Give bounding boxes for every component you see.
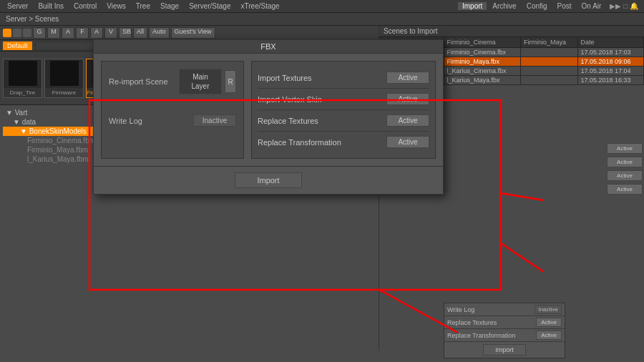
writelog-btn[interactable]: Inactive	[193, 114, 236, 127]
topbar-server[interactable]: Server	[3, 2, 32, 10]
thumb-label-1: Firmware	[45, 88, 83, 97]
reimport-label: Re-import Scene	[109, 77, 168, 86]
topbar-control[interactable]: Control	[69, 2, 101, 10]
replace-transformation-btn[interactable]: Active	[386, 136, 429, 148]
cell-col2-3: l_Karius_Maya.fbx	[444, 76, 521, 85]
cell-date-0: 17.05.2018 17:03	[577, 48, 643, 57]
topbar-post[interactable]: Post	[553, 2, 576, 10]
writelog-field: Write Log Inactive	[109, 114, 236, 127]
import-textures-row: Import Textures Active	[258, 67, 429, 89]
mini-replace-textures-label: Replace Textures	[447, 319, 497, 326]
dialog-left: Re-import Scene MainLayer R Write Log In…	[101, 61, 244, 159]
second-bar: Server > Scenes	[0, 13, 644, 26]
right-active-btn-1[interactable]: Active	[607, 157, 643, 167]
thumb-img-0	[4, 59, 42, 88]
toolbar-v[interactable]: V	[104, 27, 117, 39]
topbar-tree[interactable]: Tree	[132, 2, 155, 10]
thumbnail-0[interactable]: Drap_Tire	[3, 59, 42, 98]
dialog-right: Import Textures Active Import Vertex Ski…	[251, 61, 436, 159]
toolbar-m[interactable]: M	[47, 27, 60, 39]
toolbar-g[interactable]: G	[33, 27, 46, 39]
cell-col3-2	[521, 67, 577, 76]
import-vertex-skin-label: Import Vertex Skin	[258, 95, 322, 104]
topbar-serverstage[interactable]: Server/Stage	[185, 2, 235, 10]
layer-box[interactable]: MainLayer	[179, 69, 222, 94]
mini-replace-transformation-btn[interactable]: Active	[536, 331, 562, 340]
topbar-onair[interactable]: On Air	[577, 2, 606, 10]
reimport-controls: MainLayer R	[179, 69, 236, 94]
topbar-archive[interactable]: Archive	[488, 2, 520, 10]
mini-replace-textures-btn[interactable]: Active	[536, 318, 562, 327]
right-active-btn-3[interactable]: Active	[607, 184, 643, 195]
col-date: Date	[577, 37, 643, 48]
right-active-btn-2[interactable]: Active	[607, 170, 643, 181]
col-firminio-maya: Firminio_Maya	[521, 37, 577, 48]
replace-transformation-row: Replace Transformation Active	[258, 132, 429, 152]
import-vertex-skin-row: Import Vertex Skin Active	[258, 89, 429, 110]
replace-transformation-label: Replace Transformation	[258, 138, 341, 147]
cell-col3-1	[521, 57, 577, 67]
toolbar-all[interactable]: All	[133, 27, 147, 39]
toolbar-auto[interactable]: Auto	[149, 27, 170, 39]
col-firminio-cinema: Firminio_Cinema	[444, 37, 521, 48]
back-icon[interactable]	[13, 29, 21, 37]
mini-replace-transformation-label: Replace Transformation	[447, 332, 516, 339]
import-textures-btn[interactable]: Active	[386, 72, 429, 84]
cell-date-3: 17.05.2018 16:33	[577, 76, 643, 85]
server-label: Server > Scenes	[3, 15, 62, 23]
cell-col2-2: l_Karius_Cinema.fbx	[444, 67, 521, 76]
scenes-to-import-header: Scenes to Import	[379, 26, 644, 37]
toolbar-sb[interactable]: SB	[119, 27, 132, 39]
mini-dialog: Write Log Inactive Replace Textures Acti…	[444, 303, 565, 358]
cell-date-1: 17.05.2018 09:06	[577, 57, 643, 67]
writelog-label: Write Log	[109, 117, 142, 125]
toolbar-a2[interactable]: A	[90, 27, 103, 39]
replace-textures-label: Replace Textures	[258, 117, 318, 125]
mini-replace-textures-row: Replace Textures Active	[444, 316, 565, 329]
topbar-builtins[interactable]: Built Ins	[34, 2, 68, 10]
cell-col3-3	[521, 76, 577, 85]
toolbar-f[interactable]: F	[76, 27, 89, 39]
mini-write-log-row: Write Log Inactive	[444, 303, 565, 316]
reimport-field: Re-import Scene MainLayer R	[109, 69, 236, 94]
cell-col2-0: Firminio_Cinema.fbx	[444, 48, 521, 57]
import-vertex-skin-btn[interactable]: Active	[386, 93, 429, 105]
thumb-img-1	[45, 59, 83, 88]
topbar-stage[interactable]: Stage	[156, 2, 183, 10]
top-bar: Server Built Ins Control Views Tree Stag…	[0, 0, 644, 13]
replace-textures-row: Replace Textures Active	[258, 110, 429, 132]
topbar-views[interactable]: Views	[102, 2, 130, 10]
fbx-dialog: FBX Re-import Scene MainLayer R Write Lo…	[93, 39, 444, 195]
dialog-body: Re-import Scene MainLayer R Write Log In…	[94, 54, 443, 166]
dialog-footer: Import	[94, 166, 443, 194]
right-active-col: Active Active Active Active	[607, 143, 643, 195]
default-btn[interactable]: Default	[3, 41, 32, 50]
topbar-import[interactable]: Import	[458, 2, 487, 10]
home-icon[interactable]	[3, 29, 11, 37]
layer-arrow[interactable]: R	[225, 70, 236, 93]
thumb-label-0: Drap_Tire	[4, 88, 42, 97]
topbar-xtreestage[interactable]: xTree/Stage	[237, 2, 284, 10]
cell-col3-0	[521, 48, 577, 57]
import-button[interactable]: Import	[235, 172, 301, 188]
toolbar-a[interactable]: A	[62, 27, 74, 39]
dialog-title: FBX	[94, 40, 443, 54]
mini-import-btn[interactable]: Import	[483, 344, 526, 356]
topbar-config[interactable]: Config	[522, 2, 552, 10]
import-textures-label: Import Textures	[258, 74, 312, 82]
thumbnail-1[interactable]: Firmware	[44, 59, 84, 98]
cell-col2-1: Firminio_Maya.fbx	[444, 57, 521, 67]
toolbar-row: G M A F A V SB All Auto Guest's View	[0, 26, 379, 40]
toolbar-guests-view[interactable]: Guest's View	[171, 27, 215, 39]
mini-write-log-label: Write Log	[447, 306, 474, 313]
cell-date-2: 17.05.2018 17:04	[577, 67, 643, 76]
mini-write-log-btn[interactable]: Inactive	[535, 305, 562, 314]
forward-icon[interactable]	[23, 29, 31, 37]
mini-replace-transformation-row: Replace Transformation Active	[444, 329, 565, 342]
right-active-btn-0[interactable]: Active	[607, 143, 643, 154]
replace-textures-btn[interactable]: Active	[386, 114, 429, 127]
